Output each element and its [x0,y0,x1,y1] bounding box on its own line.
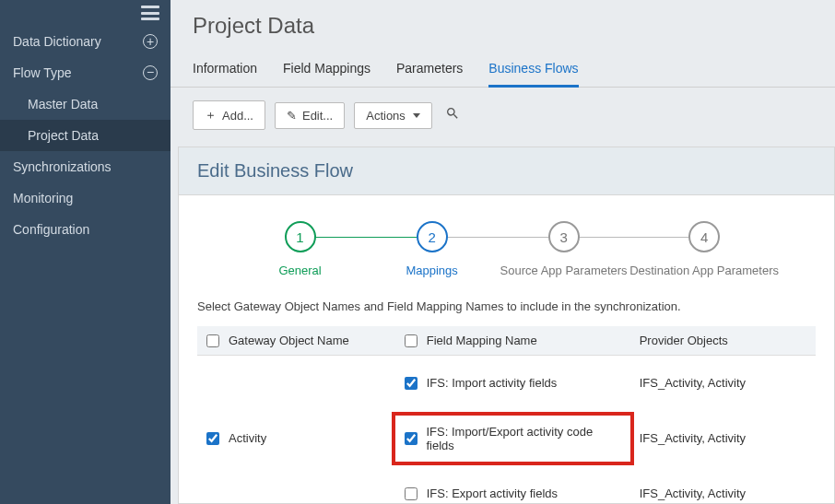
add-button[interactable]: ＋ Add... [193,100,265,130]
table-row: IFS: Export activity fields IFS_Activity… [197,466,816,505]
step-general[interactable]: 1 General [234,221,366,277]
step-label-mappings: Mappings [406,264,457,277]
mapping-name: IFS: Import/Export activity code fields [427,425,621,452]
step-number-3: 3 [548,221,580,252]
gateway-name: Activity [229,431,266,445]
step-label-dest: Destination App Parameters [629,264,779,277]
sidebar-label-configuration: Configuration [13,222,89,237]
mapping-checkbox[interactable] [405,487,418,500]
edit-button[interactable]: ✎ Edit... [275,102,345,129]
sidebar-label-master-data: Master Data [28,97,98,111]
tab-field-mappings[interactable]: Field Mappings [283,55,370,87]
header-provider: Provider Objects [640,334,728,347]
sidebar-label-flow-type: Flow Type [13,65,72,80]
step-dest-params[interactable]: 4 Destination App Parameters [629,221,779,277]
sidebar-item-monitoring[interactable]: Monitoring [0,182,171,214]
step-mappings[interactable]: 2 Mappings [366,221,498,277]
tab-business-flows[interactable]: Business Flows [488,55,578,88]
step-number-4: 4 [688,221,720,252]
plus-icon: ＋ [205,107,217,123]
step-number-2: 2 [417,221,448,252]
provider-objects: IFS_Activity, Activity [640,431,746,445]
table-row: IFS: Import activity fields IFS_Activity… [197,356,816,411]
sidebar-item-data-dictionary[interactable]: Data Dictionary [0,26,171,57]
step-label-general: General [278,264,321,277]
sidebar-label-monitoring: Monitoring [13,191,73,205]
header-gateway: Gateway Object Name [229,334,349,347]
instruction-text: Select Gateway Object Names and Field Ma… [197,299,816,313]
tabs: Information Field Mappings Parameters Bu… [171,46,835,88]
table-row: Activity IFS: Import/Export activity cod… [197,411,816,466]
select-all-gateway-checkbox[interactable] [206,334,219,347]
mapping-checkbox[interactable] [405,432,418,445]
panel-title: Edit Business Flow [179,147,834,195]
sidebar-label-synchronizations: Synchronizations [13,159,112,174]
select-all-mapping-checkbox[interactable] [405,334,418,347]
sidebar-item-flow-type[interactable]: Flow Type [0,57,171,88]
sidebar-item-master-data[interactable]: Master Data [0,88,171,120]
gateway-checkbox[interactable] [206,432,219,445]
stepper: 1 General 2 Mappings 3 Source App Parame… [197,212,816,296]
sidebar: Data Dictionary Flow Type Master Data Pr… [0,0,171,504]
expand-icon[interactable] [143,34,158,49]
step-label-source: Source App Parameters [500,264,628,277]
search-icon[interactable] [445,106,460,124]
edit-panel: Edit Business Flow 1 General 2 Mappings [178,147,835,504]
sidebar-label-project-data: Project Data [28,128,99,143]
mappings-table: Gateway Object Name Field Mapping Name P… [197,326,816,504]
provider-objects: IFS_Activity, Activity [640,376,746,390]
provider-objects: IFS_Activity, Activity [640,486,746,500]
actions-button-label: Actions [366,109,406,123]
step-number-1: 1 [285,221,316,252]
mapping-name: IFS: Import activity fields [427,376,558,390]
page-title: Project Data [171,0,835,46]
mapping-name: IFS: Export activity fields [427,486,558,500]
toolbar: ＋ Add... ✎ Edit... Actions [171,88,835,147]
chevron-down-icon [413,113,420,118]
collapse-icon[interactable] [143,65,158,80]
actions-button[interactable]: Actions [354,102,432,129]
header-mapping: Field Mapping Name [427,334,537,347]
main-content: Project Data Information Field Mappings … [171,0,835,504]
sidebar-item-synchronizations[interactable]: Synchronizations [0,151,171,182]
edit-button-label: Edit... [302,109,333,123]
menu-icon[interactable] [141,6,159,20]
mapping-checkbox[interactable] [405,377,418,390]
pencil-icon: ✎ [287,109,297,123]
sidebar-item-project-data[interactable]: Project Data [0,120,171,151]
tab-information[interactable]: Information [193,55,257,87]
sidebar-label-data-dictionary: Data Dictionary [13,34,101,49]
tab-parameters[interactable]: Parameters [396,55,463,87]
add-button-label: Add... [222,109,253,123]
sidebar-item-configuration[interactable]: Configuration [0,214,171,245]
step-source-params[interactable]: 3 Source App Parameters [498,221,629,277]
